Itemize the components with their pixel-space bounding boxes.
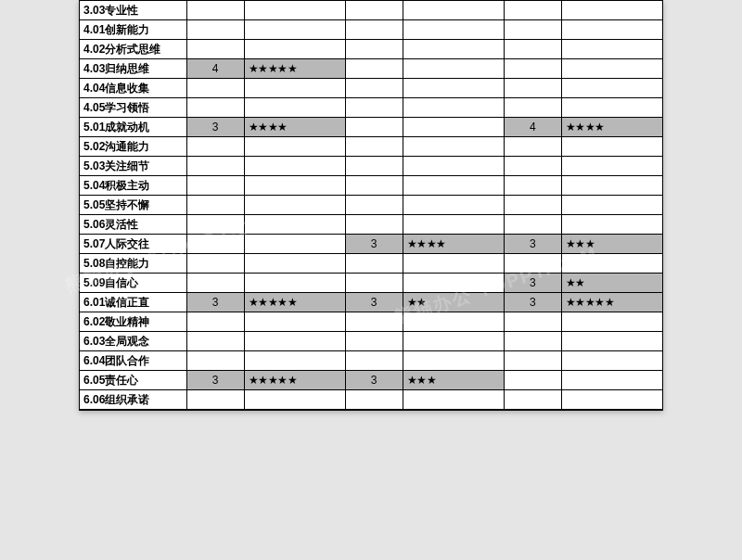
rating-number — [504, 79, 561, 98]
table-row: 5.09自信心3★★ — [80, 274, 663, 293]
table-row: 6.04团队合作 — [80, 351, 663, 371]
rating-number — [186, 254, 244, 274]
row-label: 6.01诚信正直 — [80, 293, 187, 312]
rating-number: 3 — [186, 118, 244, 137]
rating-number: 3 — [345, 371, 403, 390]
rating-number — [504, 98, 561, 118]
rating-number: 3 — [504, 293, 561, 312]
rating-stars — [561, 40, 662, 59]
rating-stars — [561, 371, 662, 390]
rating-stars — [244, 254, 345, 274]
rating-stars — [561, 390, 662, 410]
rating-stars — [561, 20, 662, 40]
rating-number — [186, 157, 244, 176]
rating-number — [504, 312, 561, 332]
rating-number — [186, 137, 244, 157]
rating-stars — [244, 40, 345, 59]
rating-stars — [244, 176, 345, 196]
rating-stars — [403, 215, 504, 235]
rating-number — [504, 215, 561, 235]
row-label: 5.01成就动机 — [80, 118, 187, 137]
row-label: 5.05坚持不懈 — [80, 196, 187, 215]
rating-number — [504, 371, 561, 390]
rating-number — [345, 254, 403, 274]
rating-stars — [403, 98, 504, 118]
rating-stars: ★★ — [403, 293, 504, 312]
row-label: 3.03专业性 — [80, 1, 187, 20]
rating-number — [504, 40, 561, 59]
row-label: 5.08自控能力 — [80, 254, 187, 274]
rating-number — [345, 1, 403, 20]
rating-number — [345, 196, 403, 215]
rating-stars: ★★★ — [561, 235, 662, 254]
row-label: 6.02敬业精神 — [80, 312, 187, 332]
rating-number — [345, 390, 403, 410]
rating-stars: ★★ — [561, 274, 662, 293]
rating-number — [504, 176, 561, 196]
rating-stars — [403, 274, 504, 293]
table-row: 5.02沟通能力 — [80, 137, 663, 157]
rating-number — [345, 118, 403, 137]
table-row: 5.05坚持不懈 — [80, 196, 663, 215]
rating-stars — [403, 254, 504, 274]
table-row: 6.06组织承诺 — [80, 390, 663, 410]
rating-stars — [244, 390, 345, 410]
row-label: 5.09自信心 — [80, 274, 187, 293]
rating-stars — [244, 79, 345, 98]
rating-number — [345, 59, 403, 79]
rating-number — [186, 98, 244, 118]
rating-stars — [561, 332, 662, 351]
rating-stars — [561, 351, 662, 371]
table-row: 4.02分析式思维 — [80, 40, 663, 59]
rating-stars: ★★★★★ — [244, 371, 345, 390]
rating-number — [504, 332, 561, 351]
competency-table: 3.03专业性4.01创新能力4.02分析式思维4.03归纳思维4★★★★★4.… — [79, 0, 663, 411]
rating-stars — [561, 196, 662, 215]
rating-number — [345, 215, 403, 235]
rating-stars: ★★★★★ — [244, 293, 345, 312]
rating-stars: ★★★★ — [561, 118, 662, 137]
table-row: 6.02敬业精神 — [80, 312, 663, 332]
rating-number — [345, 176, 403, 196]
rating-number: 4 — [504, 118, 561, 137]
rating-stars — [403, 40, 504, 59]
rating-stars — [561, 59, 662, 79]
rating-number — [186, 40, 244, 59]
rating-stars — [561, 137, 662, 157]
rating-number: 3 — [345, 293, 403, 312]
table-row: 5.08自控能力 — [80, 254, 663, 274]
rating-stars — [403, 312, 504, 332]
rating-number — [345, 332, 403, 351]
rating-stars — [403, 59, 504, 79]
rating-stars — [244, 312, 345, 332]
rating-number — [504, 137, 561, 157]
row-label: 6.05责任心 — [80, 371, 187, 390]
table-row: 5.04积极主动 — [80, 176, 663, 196]
rating-stars — [403, 176, 504, 196]
table-row: 4.05学习领悟 — [80, 98, 663, 118]
row-label: 4.03归纳思维 — [80, 59, 187, 79]
rating-number — [504, 351, 561, 371]
rating-number — [186, 215, 244, 235]
rating-number — [504, 254, 561, 274]
rating-stars — [403, 390, 504, 410]
rating-stars — [403, 332, 504, 351]
rating-number — [186, 196, 244, 215]
rating-number — [504, 196, 561, 215]
rating-stars — [244, 137, 345, 157]
rating-stars: ★★★★ — [403, 235, 504, 254]
rating-number — [345, 137, 403, 157]
table-row: 3.03专业性 — [80, 1, 663, 20]
rating-number — [186, 235, 244, 254]
rating-stars: ★★★ — [403, 371, 504, 390]
row-label: 6.03全局观念 — [80, 332, 187, 351]
row-label: 4.02分析式思维 — [80, 40, 187, 59]
rating-stars — [244, 351, 345, 371]
rating-number — [186, 351, 244, 371]
rating-stars — [561, 79, 662, 98]
rating-number — [504, 1, 561, 20]
rating-stars — [403, 79, 504, 98]
rating-stars — [244, 332, 345, 351]
rating-stars — [403, 351, 504, 371]
rating-stars — [244, 215, 345, 235]
